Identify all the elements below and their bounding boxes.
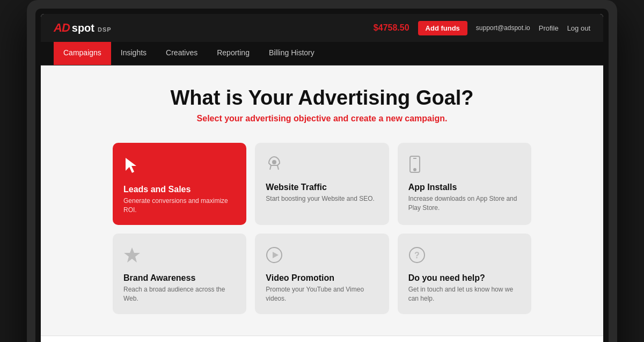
card-help[interactable]: ? Do you need help? Get in touch and let…	[398, 234, 531, 314]
nav-item-insights[interactable]: Insights	[111, 42, 156, 65]
card-leads-sales-desc: Generate conversions and maximize ROI.	[123, 197, 236, 215]
card-website-traffic[interactable]: Website Traffic Start boosting your Webs…	[255, 143, 389, 225]
nav-item-campaigns[interactable]: Campaigns	[54, 42, 111, 65]
nav-item-reporting[interactable]: Reporting	[207, 42, 259, 65]
play-icon	[266, 246, 378, 268]
card-help-title: Do you need help?	[408, 273, 521, 283]
svg-point-4	[414, 169, 416, 171]
support-email: support@adspot.io	[476, 24, 530, 32]
footer: © 2022 ADspot DSP. All rights reserved. …	[41, 336, 603, 342]
svg-point-2	[273, 161, 276, 164]
logo-dsp-text: DSP	[98, 26, 112, 33]
screen-bezel: AD spot DSP $4758.50 Add funds support@a…	[35, 9, 609, 342]
page-subtitle: Select your advertising objective and cr…	[84, 114, 560, 123]
screen: AD spot DSP $4758.50 Add funds support@a…	[41, 14, 603, 342]
card-website-traffic-title: Website Traffic	[266, 183, 378, 192]
card-leads-sales[interactable]: Leads and Sales Generate conversions and…	[113, 143, 246, 225]
phone-icon	[408, 156, 521, 177]
header-right: $4758.50 Add funds support@adspot.io Pro…	[374, 21, 590, 35]
card-brand-awareness[interactable]: Brand Awareness Reach a broad audience a…	[113, 234, 246, 314]
goal-cards-grid: Leads and Sales Generate conversions and…	[113, 143, 531, 314]
laptop-frame: AD spot DSP $4758.50 Add funds support@a…	[27, 0, 617, 342]
page-title: What is Your Advertising Goal?	[84, 87, 560, 110]
profile-link[interactable]: Profile	[539, 24, 559, 32]
main-content: What is Your Advertising Goal? Select yo…	[41, 66, 603, 336]
svg-marker-6	[124, 248, 140, 263]
card-help-desc: Get in touch and let us know how we can …	[408, 285, 521, 303]
svg-text:?: ?	[414, 251, 420, 260]
card-video-promotion-desc: Promote your YouTube and Vimeo videos.	[266, 285, 378, 303]
card-video-promotion[interactable]: Video Promotion Promote your YouTube and…	[255, 234, 389, 314]
svg-line-0	[270, 165, 271, 170]
add-funds-button[interactable]: Add funds	[418, 21, 467, 35]
cursor-icon	[123, 156, 236, 179]
card-app-installs-desc: Increase downloads on App Store and Play…	[408, 194, 521, 213]
header: AD spot DSP $4758.50 Add funds support@a…	[41, 14, 603, 42]
card-website-traffic-desc: Start boosting your Website and SEO.	[266, 194, 378, 203]
svg-marker-8	[273, 252, 279, 258]
nav-item-creatives[interactable]: Creatives	[156, 42, 207, 65]
logo-spot-text: spot	[72, 22, 94, 34]
card-app-installs[interactable]: App Installs Increase downloads on App S…	[398, 143, 531, 225]
nav-bar: Campaigns Insights Creatives Reporting B…	[41, 42, 603, 66]
star-icon	[123, 246, 236, 268]
card-brand-awareness-desc: Reach a broad audience across the Web.	[123, 285, 236, 303]
logout-link[interactable]: Log out	[567, 24, 590, 32]
nav-item-billing-history[interactable]: Billing History	[259, 42, 324, 65]
card-app-installs-title: App Installs	[408, 183, 521, 192]
rocket-icon	[266, 156, 378, 177]
balance-display: $4758.50	[374, 23, 409, 33]
logo: AD spot DSP	[54, 21, 112, 35]
logo-ad-text: AD	[54, 21, 70, 35]
help-icon: ?	[408, 246, 521, 268]
svg-line-1	[277, 165, 279, 170]
card-brand-awareness-title: Brand Awareness	[123, 273, 236, 283]
card-video-promotion-title: Video Promotion	[266, 273, 378, 283]
card-leads-sales-title: Leads and Sales	[123, 185, 236, 194]
